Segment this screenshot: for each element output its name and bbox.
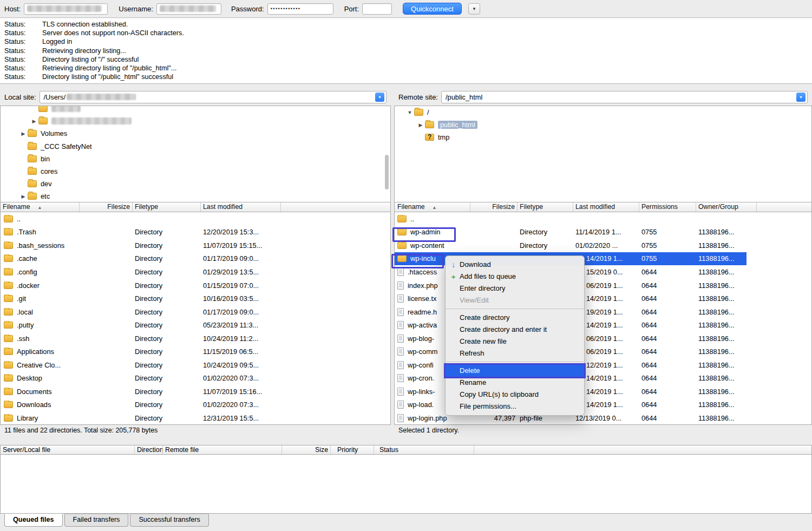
file-name: .bash_sessions [17, 241, 64, 250]
username-input[interactable] [156, 3, 221, 15]
file-row[interactable]: Documents Directory 11/07/2019 15:16... [1, 385, 390, 398]
tree-item[interactable]: _CCC SafetyNet [1, 140, 390, 153]
port-input[interactable] [362, 3, 392, 15]
tree-item[interactable]: ▼ / [395, 106, 811, 119]
context-menu-item[interactable]: Download [446, 259, 584, 271]
queue-tab[interactable]: Successful transfers [130, 514, 208, 527]
column-header-size[interactable]: Size [282, 445, 331, 454]
file-row[interactable]: Downloads Directory 01/02/2020 07:3... [1, 398, 390, 412]
tree-item[interactable]: ▶ [1, 115, 390, 127]
file-modified: 11/15/2019 06:5... [201, 348, 281, 356]
tree-item[interactable]: dev [1, 178, 390, 190]
context-menu-item[interactable] [446, 309, 584, 310]
context-menu-item[interactable]: View/Edit [446, 294, 584, 306]
column-header-owner[interactable]: Owner/Group [696, 202, 757, 212]
column-header-filename[interactable]: Filename▲ [395, 202, 470, 212]
tree-item[interactable]: ▶ Volumes [1, 127, 390, 140]
local-file-list: .. .Trash Directory 12/20/2019 15:3... [0, 212, 391, 425]
host-input[interactable] [24, 3, 108, 15]
file-row[interactable]: .cache Directory 01/17/2019 09:0... [1, 252, 390, 266]
column-header-modified[interactable]: Last modified [201, 202, 281, 212]
context-menu-item[interactable]: Rename [446, 377, 584, 389]
file-modified: 11/14/2019 1... [573, 228, 639, 236]
context-menu-item[interactable]: Create directory and enter it [446, 324, 584, 336]
disclosure-arrow-icon[interactable]: ▶ [19, 131, 28, 136]
context-menu-item[interactable]: Enter directory [446, 283, 584, 294]
file-row[interactable]: wp-content Directory 01/02/2020 ... 0755… [395, 239, 811, 252]
file-permissions: 0755 [639, 254, 696, 263]
quickconnect-dropdown-button[interactable]: ▼ [468, 3, 480, 15]
column-header-filesize[interactable]: Filesize [470, 202, 518, 212]
disclosure-arrow-icon[interactable]: ▶ [19, 194, 28, 199]
file-name: .local [17, 308, 33, 316]
file-name: .. [17, 215, 21, 223]
tree-item[interactable]: cores [1, 165, 390, 178]
file-row[interactable]: Creative Clo... Directory 10/24/2019 09:… [1, 358, 390, 372]
file-row[interactable]: Applications Directory 11/15/2019 06:5..… [1, 345, 390, 358]
column-header-modified[interactable]: Last modified [573, 202, 639, 212]
status-line-message: Retrieving directory listing of "/public… [42, 64, 176, 73]
column-header-remote-file[interactable]: Remote file [163, 445, 282, 454]
column-header-direction[interactable]: Direction [135, 445, 163, 454]
tree-item[interactable]: tmp [395, 131, 811, 143]
file-row[interactable]: .. [395, 212, 811, 226]
file-row[interactable]: Library Directory 12/31/2019 15:5... [1, 411, 390, 425]
password-label: Password: [231, 5, 264, 13]
context-menu-item[interactable]: Copy URL(s) to clipboard [446, 389, 584, 401]
column-header-filename[interactable]: Filename▲ [1, 202, 80, 212]
remote-list-header: Filename▲ Filesize Filetype Last modifie… [394, 202, 812, 212]
context-menu-item[interactable]: Create directory [446, 312, 584, 324]
tree-scrollbar-thumb[interactable] [385, 155, 389, 189]
column-header-priority[interactable]: Priority [331, 445, 374, 454]
context-menu-item[interactable] [446, 362, 584, 363]
disclosure-arrow-icon[interactable]: ▶ [30, 119, 38, 124]
file-modified: 01/17/2019 09:0... [201, 254, 281, 263]
file-row[interactable]: .ssh Directory 10/24/2019 11:2... [1, 332, 390, 345]
file-row[interactable]: .bash_sessions Directory 11/07/2019 15:1… [1, 239, 390, 252]
file-row[interactable]: .local Directory 01/17/2019 09:0... [1, 305, 390, 319]
column-header-permissions[interactable]: Permissions [639, 202, 696, 212]
column-header-filetype[interactable]: Filetype [518, 202, 573, 212]
queue-tab[interactable]: Failed transfers [64, 514, 129, 527]
file-permissions: 0644 [639, 361, 696, 369]
status-line-label: Status: [4, 29, 42, 38]
disclosure-arrow-icon[interactable]: ▼ [405, 110, 414, 115]
column-header-server-local-file[interactable]: Server/Local file [1, 445, 135, 454]
tree-item[interactable]: ▶ public_html [395, 119, 811, 131]
disclosure-arrow-icon[interactable]: ▶ [416, 122, 425, 128]
column-header-status[interactable]: Status [374, 445, 474, 454]
sort-asc-icon: ▲ [433, 205, 437, 210]
column-header-filetype[interactable]: Filetype [133, 202, 201, 212]
context-menu-item[interactable]: Refresh [446, 348, 584, 359]
remote-site-combo[interactable]: /public_html ▼ [441, 91, 808, 103]
file-owner: 11388196... [696, 241, 757, 250]
file-row[interactable]: .config Directory 01/29/2019 13:5... [1, 265, 390, 279]
context-menu-item[interactable]: Delete [446, 365, 584, 377]
file-row[interactable]: .Trash Directory 12/20/2019 15:3... [1, 226, 390, 239]
password-input[interactable]: •••••••••••• [267, 3, 333, 15]
quickconnect-button[interactable]: Quickconnect [403, 3, 462, 15]
file-row[interactable]: .git Directory 10/16/2019 03:5... [1, 292, 390, 305]
folder-icon [28, 180, 37, 187]
menu-item-label: View/Edit [460, 296, 489, 304]
file-row[interactable]: .docker Directory 01/15/2019 07:0... [1, 279, 390, 292]
remote-site-dropdown-button[interactable]: ▼ [796, 93, 806, 102]
folder-icon [28, 193, 37, 200]
queue-tab[interactable]: Queued files [4, 514, 63, 527]
column-header-filesize[interactable]: Filesize [80, 202, 133, 212]
tree-item[interactable]: ▶ etc [1, 190, 390, 202]
file-icon [397, 348, 404, 356]
context-menu-item[interactable]: Add files to queue [446, 271, 584, 283]
file-row[interactable]: .putty Directory 05/23/2019 11:3... [1, 318, 390, 332]
menu-item-icon [449, 259, 458, 271]
file-name: .config [17, 268, 37, 276]
context-menu-item[interactable]: File permissions... [446, 401, 584, 412]
local-site-dropdown-button[interactable]: ▼ [375, 93, 384, 102]
context-menu-item[interactable]: Create new file [446, 336, 584, 348]
local-site-combo[interactable]: /Users/ ▼ [40, 91, 387, 103]
tree-item[interactable] [1, 106, 390, 115]
file-row[interactable]: wp-admin Directory 11/14/2019 1... 0755 … [395, 226, 811, 239]
file-row[interactable]: Desktop Directory 01/02/2020 07:3... [1, 372, 390, 385]
tree-item[interactable]: bin [1, 153, 390, 165]
file-row[interactable]: .. [1, 212, 390, 226]
